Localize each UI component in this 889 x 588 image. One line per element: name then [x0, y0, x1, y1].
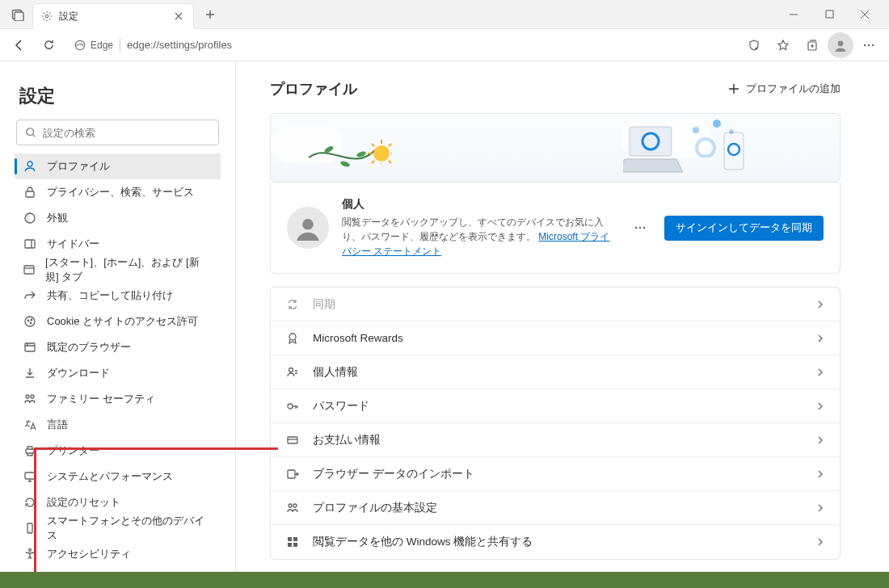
svg-rect-49	[288, 470, 295, 478]
setting-row-payment[interactable]: お支払い情報	[271, 423, 840, 457]
svg-point-42	[635, 227, 637, 229]
tracking-prevention-icon[interactable]	[740, 32, 768, 58]
sidebar-item-sidebar[interactable]: サイドバー	[15, 231, 221, 257]
refresh-button[interactable]	[36, 32, 61, 58]
settings-sidebar: 設定 プロファイルプライバシー、検索、サービス外観サイドバー[スタート]、[ホー…	[0, 61, 236, 572]
sidebar-item-appearance[interactable]: 外観	[15, 205, 221, 231]
setting-row-personal[interactable]: 個人情報	[271, 355, 840, 389]
search-icon	[25, 127, 36, 138]
svg-point-9	[868, 44, 870, 45]
browser-tab[interactable]: 設定	[32, 3, 194, 29]
svg-rect-48	[288, 437, 297, 443]
payment-icon	[285, 433, 300, 447]
sidebar-item-cookie[interactable]: Cookie とサイトのアクセス許可	[15, 309, 221, 334]
add-profile-label: プロファイルの追加	[746, 82, 841, 96]
favorites-icon[interactable]	[769, 32, 797, 58]
svg-point-46	[289, 368, 293, 372]
sidebar-item-label: 設定のリセット	[47, 495, 120, 510]
svg-rect-24	[26, 449, 34, 453]
setting-row-label: ブラウザー データのインポート	[313, 467, 803, 481]
home-icon	[23, 262, 36, 277]
chevron-right-icon	[815, 300, 825, 309]
sidebar-item-family[interactable]: ファミリー セーフティ	[15, 386, 221, 412]
sidebar-item-label: ダウンロード	[47, 366, 110, 380]
setting-row-windows[interactable]: 閲覧データを他の Windows 機能と共有する	[271, 525, 840, 559]
setting-row-prefs[interactable]: プロファイルの基本設定	[271, 491, 840, 525]
svg-point-22	[26, 395, 29, 398]
svg-point-30	[339, 160, 350, 168]
edge-label: Edge	[91, 40, 113, 51]
sidebar-list: プロファイルプライバシー、検索、サービス外観サイドバー[スタート]、[ホーム]、…	[15, 153, 221, 588]
sidebar-item-label: サイドバー	[47, 237, 99, 251]
svg-point-38	[693, 127, 699, 133]
separator	[120, 39, 120, 52]
address-field[interactable]: Edge edge://settings/profiles	[65, 32, 737, 58]
sidebar-item-browser[interactable]: 既定のブラウザー	[15, 334, 221, 360]
tab-close-button[interactable]	[172, 10, 185, 23]
signin-sync-button[interactable]: サインインしてデータを同期	[664, 216, 824, 241]
svg-point-7	[838, 40, 844, 46]
sidebar-item-label: プリンター	[47, 443, 99, 458]
chevron-right-icon	[815, 435, 825, 445]
sidebar-item-label: ファミリー セーフティ	[47, 392, 155, 406]
sidebar-icon	[23, 237, 37, 251]
prefs-icon	[285, 501, 300, 515]
setting-row-label: お支払い情報	[313, 433, 803, 447]
setting-row-rewards[interactable]: Microsoft Rewards	[271, 321, 840, 355]
sidebar-item-system[interactable]: システムとパフォーマンス	[15, 464, 221, 489]
sidebar-item-reset[interactable]: 設定のリセット	[15, 489, 221, 515]
sidebar-item-label: Cookie とサイトのアクセス許可	[47, 314, 198, 329]
sidebar-item-person[interactable]: プロファイル	[15, 153, 221, 179]
printer-icon	[23, 443, 37, 458]
svg-point-23	[31, 395, 34, 398]
chevron-right-icon	[815, 503, 825, 513]
chevron-right-icon	[815, 401, 825, 411]
svg-rect-25	[25, 472, 35, 479]
new-tab-button[interactable]	[199, 3, 221, 26]
sidebar-item-accessibility[interactable]: アクセシビリティ	[15, 541, 221, 567]
windows-icon	[285, 535, 300, 549]
svg-rect-33	[630, 127, 672, 156]
lock-icon	[23, 185, 37, 200]
cookie-icon	[23, 314, 37, 329]
sidebar-item-download[interactable]: ダウンロード	[15, 360, 221, 386]
svg-point-39	[713, 120, 721, 128]
sidebar-item-label: 外観	[47, 211, 68, 225]
svg-point-10	[872, 44, 874, 45]
add-profile-button[interactable]: プロファイルの追加	[728, 82, 841, 96]
maximize-button[interactable]	[811, 2, 847, 27]
sidebar-item-home[interactable]: [スタート]、[ホーム]、および [新規] タブ	[15, 257, 221, 283]
tab-title: 設定	[59, 10, 166, 23]
back-button[interactable]	[6, 32, 32, 58]
setting-row-sync[interactable]: 同期	[271, 288, 840, 321]
sidebar-item-share[interactable]: 共有、コピーして貼り付け	[15, 283, 221, 309]
svg-point-17	[25, 317, 35, 326]
sidebar-item-language[interactable]: 言語	[15, 412, 221, 438]
laptop-illustration	[623, 122, 686, 178]
tab-groups-icon[interactable]	[6, 8, 29, 21]
svg-point-11	[27, 128, 34, 136]
svg-point-40	[729, 129, 734, 134]
sidebar-item-label: アクセシビリティ	[47, 547, 131, 561]
url-text: edge://settings/profiles	[127, 39, 232, 51]
more-menu-button[interactable]	[855, 32, 883, 58]
settings-search-input[interactable]	[43, 127, 210, 139]
minimize-button[interactable]	[776, 2, 811, 27]
sidebar-item-label: プライバシー、検索、サービス	[47, 185, 194, 200]
setting-row-import[interactable]: ブラウザー データのインポート	[271, 457, 840, 491]
setting-row-password[interactable]: パスワード	[271, 389, 840, 423]
close-window-button[interactable]	[847, 2, 883, 27]
collections-icon[interactable]	[798, 32, 826, 58]
profile-more-button[interactable]	[629, 216, 651, 239]
vine-illustration	[305, 133, 377, 174]
sidebar-item-label: 既定のブラウザー	[47, 340, 131, 355]
rewards-icon	[285, 331, 300, 346]
sidebar-item-label: スマートフォンとその他のデバイス	[47, 514, 213, 543]
sidebar-item-phone-dev[interactable]: スマートフォンとその他のデバイス	[15, 515, 221, 541]
settings-search[interactable]	[16, 120, 219, 145]
chevron-right-icon	[815, 334, 825, 343]
sidebar-item-printer[interactable]: プリンター	[15, 438, 221, 464]
profile-avatar-button[interactable]	[828, 32, 853, 58]
address-bar-row: Edge edge://settings/profiles	[0, 29, 889, 61]
sidebar-item-lock[interactable]: プライバシー、検索、サービス	[15, 179, 221, 205]
